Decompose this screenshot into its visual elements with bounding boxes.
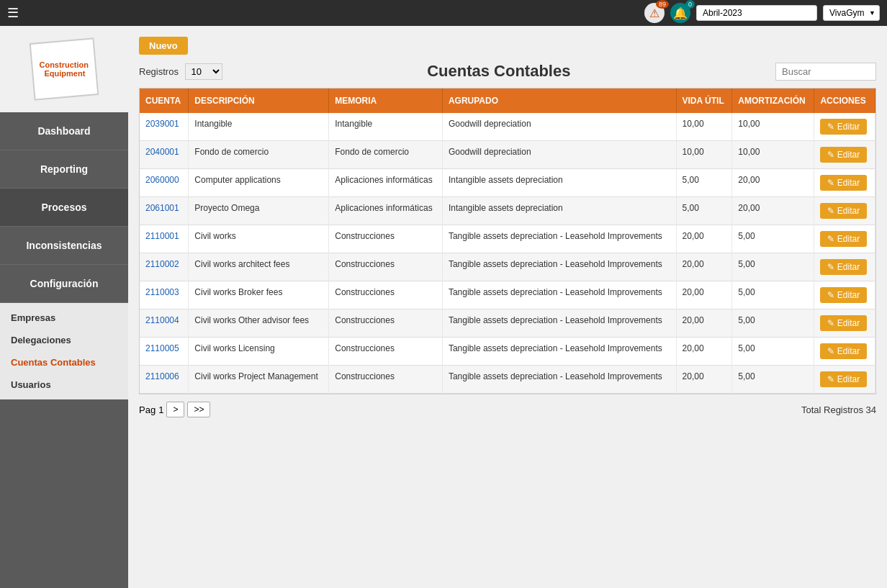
- page-title: Cuentas Contables: [222, 62, 775, 81]
- edit-button[interactable]: ✎ Editar: [820, 147, 867, 163]
- logo-text-bottom: Equipment: [44, 69, 85, 78]
- col-vida-util: VIDA ÚTIL: [676, 89, 732, 113]
- table-row: 2060000Computer applicationsAplicaciones…: [140, 169, 875, 197]
- next-page-button[interactable]: >: [166, 402, 184, 417]
- cell-cuenta[interactable]: 2110002: [140, 253, 189, 281]
- cell-memoria: Construcciones: [329, 366, 443, 394]
- cell-amortizacion: 5,00: [732, 366, 814, 394]
- cell-amortizacion: 5,00: [732, 253, 814, 281]
- logo-shape: Construction Equipment: [30, 37, 99, 101]
- cell-amortizacion: 10,00: [732, 113, 814, 141]
- cell-agrupado: Tangible assets depreciation - Leasehold…: [442, 253, 676, 281]
- topbar-left: ☰: [7, 5, 19, 21]
- current-page: 1: [158, 404, 163, 415]
- sub-nav-cuentas-contables[interactable]: Cuentas Contables: [0, 351, 128, 374]
- cell-acciones: ✎ Editar: [814, 366, 875, 394]
- edit-button[interactable]: ✎ Editar: [820, 287, 867, 303]
- bell-badge: 0: [685, 0, 695, 9]
- cell-cuenta[interactable]: 2110003: [140, 281, 189, 309]
- edit-button[interactable]: ✎ Editar: [820, 343, 867, 359]
- date-input[interactable]: [696, 5, 817, 21]
- cell-acciones: ✎ Editar: [814, 281, 875, 309]
- edit-button[interactable]: ✎ Editar: [820, 175, 867, 191]
- cell-amortizacion: 5,00: [732, 338, 814, 366]
- registros-select[interactable]: 10 25 50 100: [185, 63, 222, 80]
- edit-button[interactable]: ✎ Editar: [820, 259, 867, 275]
- menu-icon[interactable]: ☰: [7, 5, 19, 21]
- col-acciones: ACCIONES: [814, 89, 875, 113]
- edit-button[interactable]: ✎ Editar: [820, 371, 867, 387]
- sidebar-item-procesos[interactable]: Procesos: [0, 189, 128, 227]
- logo-box: Construction Equipment: [28, 37, 100, 101]
- cell-cuenta[interactable]: 2110004: [140, 309, 189, 338]
- sidebar-item-inconsistencias[interactable]: Inconsistencias: [0, 227, 128, 265]
- bell-button[interactable]: 🔔 0: [670, 3, 690, 23]
- pagination-left: Pag 1 > >>: [139, 402, 210, 417]
- cell-memoria: Construcciones: [329, 253, 443, 281]
- edit-button[interactable]: ✎ Editar: [820, 231, 867, 247]
- table-row: 2110002Civil works architect feesConstru…: [140, 253, 875, 281]
- alert-button[interactable]: ⚠ 89: [644, 3, 665, 23]
- cell-cuenta[interactable]: 2040001: [140, 141, 189, 169]
- cell-acciones: ✎ Editar: [814, 253, 875, 281]
- cell-acciones: ✎ Editar: [814, 169, 875, 197]
- table-row: 2110005Civil works LicensingConstruccion…: [140, 338, 875, 366]
- table-body: 2039001IntangibleIntangibleGoodwill depr…: [140, 113, 875, 394]
- cell-acciones: ✎ Editar: [814, 225, 875, 253]
- cell-vida_util: 5,00: [676, 197, 732, 225]
- cell-memoria: Construcciones: [329, 309, 443, 338]
- cell-descripcion: Proyecto Omega: [189, 197, 329, 225]
- cell-memoria: Aplicaciones informáticas: [329, 169, 443, 197]
- col-agrupado: AGRUPADO: [442, 89, 676, 113]
- cell-acciones: ✎ Editar: [814, 113, 875, 141]
- topbar-right: ⚠ 89 🔔 0 VivaGym: [644, 3, 880, 23]
- sub-nav-empresas[interactable]: Empresas: [0, 307, 128, 329]
- cell-acciones: ✎ Editar: [814, 338, 875, 366]
- topbar: ☰ ⚠ 89 🔔 0 VivaGym: [0, 0, 887, 26]
- cell-cuenta[interactable]: 2061001: [140, 197, 189, 225]
- table-wrapper: CUENTA DESCRIPCIÓN MEMORIA AGRUPADO VIDA…: [139, 88, 876, 394]
- company-wrapper: VivaGym: [823, 5, 880, 21]
- page-header: Registros 10 25 50 100 Cuentas Contables: [139, 62, 876, 81]
- table-header: CUENTA DESCRIPCIÓN MEMORIA AGRUPADO VIDA…: [140, 89, 875, 113]
- cell-vida_util: 20,00: [676, 309, 732, 338]
- table-row: 2040001Fondo de comercioFondo de comerci…: [140, 141, 875, 169]
- sidebar-item-configuracion[interactable]: Configuración: [0, 265, 128, 303]
- cell-cuenta[interactable]: 2060000: [140, 169, 189, 197]
- cell-descripcion: Intangible: [189, 113, 329, 141]
- pag-label: Pag: [139, 404, 156, 415]
- cell-vida_util: 10,00: [676, 141, 732, 169]
- cell-cuenta[interactable]: 2110001: [140, 225, 189, 253]
- sub-nav-delegaciones[interactable]: Delegaciones: [0, 329, 128, 351]
- cell-agrupado: Tangible assets depreciation - Leasehold…: [442, 366, 676, 394]
- cell-amortizacion: 20,00: [732, 169, 814, 197]
- cell-cuenta[interactable]: 2110006: [140, 366, 189, 394]
- cell-agrupado: Intangible assets depreciation: [442, 197, 676, 225]
- cell-cuenta[interactable]: 2039001: [140, 113, 189, 141]
- cell-memoria: Fondo de comercio: [329, 141, 443, 169]
- layout: Construction Equipment Dashboard Reporti…: [0, 26, 887, 588]
- sub-nav-usuarios[interactable]: Usuarios: [0, 374, 128, 396]
- edit-button[interactable]: ✎ Editar: [820, 119, 867, 135]
- company-selector[interactable]: VivaGym: [823, 5, 880, 21]
- edit-button[interactable]: ✎ Editar: [820, 203, 867, 219]
- cell-descripcion: Civil works Other advisor fees: [189, 309, 329, 338]
- cell-agrupado: Goodwill depreciation: [442, 113, 676, 141]
- edit-button[interactable]: ✎ Editar: [820, 315, 867, 331]
- cell-vida_util: 20,00: [676, 281, 732, 309]
- sidebar: Construction Equipment Dashboard Reporti…: [0, 26, 128, 588]
- last-page-button[interactable]: >>: [187, 402, 210, 417]
- sidebar-item-dashboard[interactable]: Dashboard: [0, 112, 128, 150]
- logo-text-top: Construction: [39, 60, 88, 69]
- search-input[interactable]: [775, 63, 876, 81]
- search-area: [775, 63, 876, 81]
- cell-descripcion: Fondo de comercio: [189, 141, 329, 169]
- cell-vida_util: 20,00: [676, 225, 732, 253]
- cell-descripcion: Computer applications: [189, 169, 329, 197]
- sidebar-item-reporting[interactable]: Reporting: [0, 150, 128, 189]
- nuevo-button[interactable]: Nuevo: [139, 37, 188, 55]
- main-content: Nuevo Registros 10 25 50 100 Cuentas Con…: [128, 26, 887, 588]
- table-row: 2039001IntangibleIntangibleGoodwill depr…: [140, 113, 875, 141]
- cell-amortizacion: 5,00: [732, 225, 814, 253]
- cell-cuenta[interactable]: 2110005: [140, 338, 189, 366]
